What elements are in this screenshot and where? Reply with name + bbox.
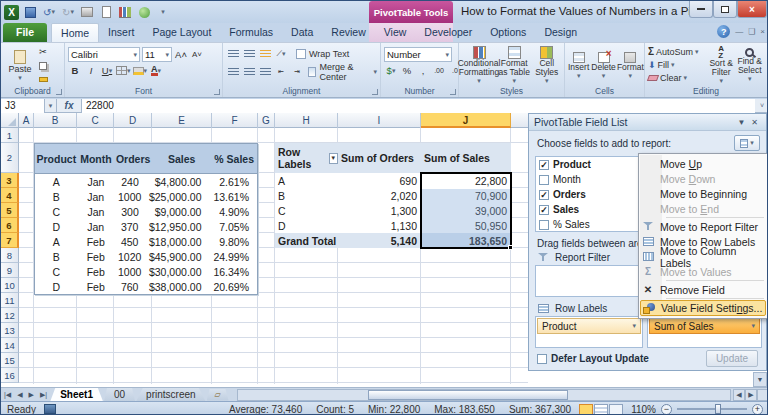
- data-cell[interactable]: Feb: [77, 279, 114, 294]
- data-cell[interactable]: 370: [114, 219, 152, 234]
- fill-button[interactable]: ⬇Fill▾: [648, 58, 707, 71]
- data-cell[interactable]: 4.90%: [211, 204, 257, 219]
- pivot-cell[interactable]: A: [275, 173, 338, 188]
- sort-filter-button[interactable]: AZ Sort & Filter▾: [707, 45, 736, 85]
- last-sheet-icon[interactable]: ▶|: [37, 391, 50, 399]
- qat-customize-icon[interactable]: ▾: [155, 4, 171, 20]
- data-cell[interactable]: A: [35, 234, 77, 249]
- tab-view[interactable]: View: [375, 23, 416, 42]
- data-cell[interactable]: Jan: [78, 204, 115, 219]
- data-cell[interactable]: 1000: [114, 264, 152, 279]
- fill-color-icon[interactable]: ▾: [133, 64, 148, 77]
- field-checkbox[interactable]: [539, 175, 549, 185]
- number-dialog-launcher[interactable]: [450, 89, 456, 95]
- pane-close-icon[interactable]: ✕: [748, 118, 761, 127]
- data-cell[interactable]: 1000: [114, 189, 152, 204]
- data-cell[interactable]: Feb: [77, 264, 114, 279]
- format-as-table-button[interactable]: Format as Table▾: [498, 46, 530, 85]
- column-header-E[interactable]: E: [152, 113, 212, 128]
- data-cell[interactable]: B: [35, 189, 77, 204]
- borders-icon[interactable]: ▾: [116, 64, 131, 77]
- increase-decimal-icon[interactable]: .00: [432, 64, 446, 77]
- data-cell[interactable]: 13.61%: [212, 189, 258, 204]
- zoom-in-icon[interactable]: +: [752, 404, 763, 415]
- number-format-combo[interactable]: Number▾: [384, 47, 452, 62]
- menu-item-move-to-column-labels[interactable]: Move to Column Labels: [640, 249, 766, 264]
- next-sheet-icon[interactable]: ▶: [26, 391, 37, 399]
- window-restore-icon[interactable]: ❑: [748, 27, 755, 36]
- column-header-H[interactable]: H: [275, 113, 338, 128]
- restore-button[interactable]: [713, 1, 737, 18]
- data-cell[interactable]: $25,000.00: [152, 189, 212, 204]
- scroll-left-icon[interactable]: ◀: [733, 389, 745, 401]
- align-top-icon[interactable]: [226, 47, 240, 60]
- save-icon[interactable]: [22, 4, 38, 20]
- data-cell[interactable]: $9,000.00: [152, 204, 212, 219]
- row-header-8[interactable]: 8: [1, 248, 19, 263]
- row-header-10[interactable]: 10: [1, 278, 19, 293]
- data-cell[interactable]: C: [35, 264, 77, 279]
- italic-icon[interactable]: I: [84, 64, 98, 77]
- font-size-combo[interactable]: 11▾: [142, 47, 172, 62]
- data-cell[interactable]: 1020: [114, 249, 152, 264]
- format-painter-icon[interactable]: [36, 73, 50, 86]
- data-cell[interactable]: $18,000.00: [152, 234, 212, 249]
- field-checkbox[interactable]: ✓: [539, 160, 549, 170]
- wrap-text-button[interactable]: Wrap Text: [296, 49, 349, 59]
- field-checkbox[interactable]: ✓: [539, 190, 549, 200]
- print-icon[interactable]: [79, 4, 95, 20]
- chart-icon[interactable]: [117, 4, 133, 20]
- prev-sheet-icon[interactable]: ◀: [14, 391, 25, 399]
- data-cell[interactable]: Feb: [77, 249, 114, 264]
- column-header-G[interactable]: G: [258, 113, 275, 128]
- autosum-button[interactable]: ΣAutoSum▾: [648, 45, 707, 58]
- macro-record-icon[interactable]: [44, 404, 56, 414]
- row-header-12[interactable]: 12: [1, 308, 19, 323]
- alignment-dialog-launcher[interactable]: [372, 89, 378, 95]
- data-cell[interactable]: Jan: [77, 219, 114, 234]
- menu-item-value-field-settings[interactable]: Value Field Settings...: [640, 300, 766, 316]
- pivot-grand-total-cell[interactable]: 5,140: [338, 233, 421, 248]
- font-color-icon[interactable]: A▾: [149, 64, 163, 77]
- data-cell[interactable]: 760: [114, 279, 152, 294]
- horizontal-scrollbar[interactable]: [237, 389, 731, 401]
- page-layout-view-icon[interactable]: [594, 404, 608, 415]
- expand-formula-bar-icon[interactable]: ˅: [755, 102, 768, 109]
- defer-layout-checkbox[interactable]: [537, 354, 547, 364]
- fill-handle[interactable]: [508, 245, 513, 250]
- field-checkbox[interactable]: [539, 220, 549, 230]
- formula-input[interactable]: 22800: [81, 99, 755, 113]
- horizontal-scrollbar-thumb[interactable]: [368, 390, 568, 400]
- format-cells-button[interactable]: Format▾: [618, 46, 643, 85]
- column-header-C[interactable]: C: [77, 113, 114, 128]
- row-header-14[interactable]: 14: [1, 338, 19, 353]
- zoom-slider-thumb[interactable]: [715, 404, 721, 414]
- print-preview-icon[interactable]: [98, 4, 114, 20]
- paste-button[interactable]: Paste▾: [4, 45, 36, 86]
- data-cell[interactable]: $12,950.00: [152, 219, 212, 234]
- data-cell[interactable]: A: [35, 174, 78, 189]
- data-cell[interactable]: 16.34%: [212, 264, 258, 279]
- pivot-cell[interactable]: 690: [338, 173, 421, 188]
- data-cell[interactable]: Feb: [77, 234, 114, 249]
- data-cell[interactable]: B: [35, 249, 77, 264]
- column-header-J[interactable]: J: [421, 113, 511, 128]
- align-right-icon[interactable]: [258, 66, 272, 79]
- data-cell[interactable]: 9.80%: [212, 234, 258, 249]
- underline-icon[interactable]: U▾: [100, 64, 114, 77]
- select-all-corner[interactable]: [1, 113, 19, 128]
- pivot-grand-total-cell[interactable]: Grand Total: [275, 233, 338, 248]
- tab-file[interactable]: File: [3, 23, 47, 42]
- row-header-3[interactable]: 3: [1, 173, 19, 188]
- font-name-combo[interactable]: Calibri▾: [68, 47, 140, 62]
- data-cell[interactable]: 300: [114, 204, 152, 219]
- zoom-level[interactable]: 110%: [631, 404, 656, 415]
- data-cell[interactable]: $45,900.00: [152, 249, 212, 264]
- page-break-view-icon[interactable]: [609, 404, 623, 415]
- tab-data[interactable]: Data: [282, 23, 322, 42]
- copy-icon[interactable]: [36, 59, 50, 72]
- row-header-7[interactable]: 7: [1, 233, 19, 248]
- name-box[interactable]: J3: [1, 99, 45, 113]
- tab-page-layout[interactable]: Page Layout: [143, 23, 220, 42]
- pivot-cell[interactable]: C: [275, 203, 338, 218]
